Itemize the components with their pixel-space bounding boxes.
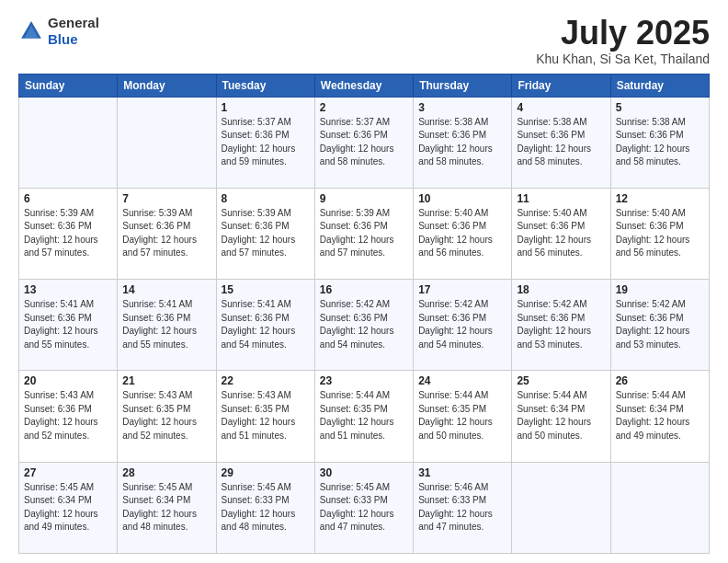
day-number: 7: [122, 192, 210, 205]
day-number: 2: [320, 101, 408, 114]
day-number: 21: [122, 374, 210, 387]
calendar-cell: 6Sunrise: 5:39 AM Sunset: 6:36 PM Daylig…: [19, 188, 118, 279]
day-detail: Sunrise: 5:43 AM Sunset: 6:35 PM Dayligh…: [122, 389, 210, 442]
day-number: 23: [320, 374, 408, 387]
day-number: 25: [517, 374, 605, 387]
day-number: 8: [222, 192, 310, 205]
weekday-row: SundayMondayTuesdayWednesdayThursdayFrid…: [19, 74, 710, 97]
calendar-cell: 24Sunrise: 5:44 AM Sunset: 6:35 PM Dayli…: [414, 371, 512, 462]
calendar-cell: 30Sunrise: 5:45 AM Sunset: 6:33 PM Dayli…: [314, 462, 413, 553]
calendar-cell: 31Sunrise: 5:46 AM Sunset: 6:33 PM Dayli…: [414, 462, 512, 553]
day-number: 13: [24, 283, 112, 296]
logo: General Blue: [18, 15, 99, 48]
calendar-cell: 13Sunrise: 5:41 AM Sunset: 6:36 PM Dayli…: [19, 280, 118, 371]
weekday-header: Saturday: [610, 74, 709, 97]
calendar-cell: 15Sunrise: 5:41 AM Sunset: 6:36 PM Dayli…: [216, 280, 314, 371]
day-detail: Sunrise: 5:41 AM Sunset: 6:36 PM Dayligh…: [24, 298, 112, 351]
header: General Blue July 2025 Khu Khan, Si Sa K…: [18, 15, 710, 66]
day-detail: Sunrise: 5:46 AM Sunset: 6:33 PM Dayligh…: [418, 481, 506, 534]
day-detail: Sunrise: 5:45 AM Sunset: 6:34 PM Dayligh…: [24, 481, 112, 534]
day-number: 26: [616, 374, 704, 387]
day-detail: Sunrise: 5:38 AM Sunset: 6:36 PM Dayligh…: [616, 116, 704, 169]
day-detail: Sunrise: 5:44 AM Sunset: 6:35 PM Dayligh…: [418, 389, 506, 442]
day-number: 30: [320, 466, 408, 479]
day-detail: Sunrise: 5:44 AM Sunset: 6:34 PM Dayligh…: [616, 389, 704, 442]
day-number: 11: [517, 192, 605, 205]
day-number: 22: [222, 374, 310, 387]
calendar-cell: 16Sunrise: 5:42 AM Sunset: 6:36 PM Dayli…: [314, 280, 413, 371]
month-title: July 2025: [536, 15, 710, 52]
calendar-cell: [118, 97, 216, 188]
calendar-cell: 29Sunrise: 5:45 AM Sunset: 6:33 PM Dayli…: [216, 462, 314, 553]
day-number: 28: [122, 466, 210, 479]
day-detail: Sunrise: 5:40 AM Sunset: 6:36 PM Dayligh…: [616, 207, 704, 260]
location: Khu Khan, Si Sa Ket, Thailand: [536, 52, 710, 66]
calendar-cell: 1Sunrise: 5:37 AM Sunset: 6:36 PM Daylig…: [216, 97, 314, 188]
logo-general: General: [48, 15, 99, 31]
logo-text: General Blue: [48, 15, 99, 48]
day-detail: Sunrise: 5:41 AM Sunset: 6:36 PM Dayligh…: [122, 298, 210, 351]
weekday-header: Tuesday: [216, 74, 314, 97]
day-number: 20: [24, 374, 112, 387]
calendar-cell: 17Sunrise: 5:42 AM Sunset: 6:36 PM Dayli…: [414, 280, 512, 371]
calendar-week-row: 1Sunrise: 5:37 AM Sunset: 6:36 PM Daylig…: [19, 97, 710, 188]
calendar-cell: [512, 462, 610, 553]
calendar-cell: 22Sunrise: 5:43 AM Sunset: 6:35 PM Dayli…: [216, 371, 314, 462]
calendar-cell: 5Sunrise: 5:38 AM Sunset: 6:36 PM Daylig…: [610, 97, 709, 188]
day-number: 29: [222, 466, 310, 479]
day-detail: Sunrise: 5:39 AM Sunset: 6:36 PM Dayligh…: [24, 207, 112, 260]
calendar-week-row: 13Sunrise: 5:41 AM Sunset: 6:36 PM Dayli…: [19, 280, 710, 371]
calendar-body: 1Sunrise: 5:37 AM Sunset: 6:36 PM Daylig…: [19, 97, 710, 553]
day-number: 16: [320, 283, 408, 296]
weekday-header: Monday: [118, 74, 216, 97]
calendar-table: SundayMondayTuesdayWednesdayThursdayFrid…: [18, 74, 710, 554]
day-detail: Sunrise: 5:44 AM Sunset: 6:34 PM Dayligh…: [517, 389, 605, 442]
calendar-cell: 23Sunrise: 5:44 AM Sunset: 6:35 PM Dayli…: [314, 371, 413, 462]
day-detail: Sunrise: 5:38 AM Sunset: 6:36 PM Dayligh…: [517, 116, 605, 169]
day-detail: Sunrise: 5:39 AM Sunset: 6:36 PM Dayligh…: [122, 207, 210, 260]
calendar-cell: 2Sunrise: 5:37 AM Sunset: 6:36 PM Daylig…: [314, 97, 413, 188]
day-detail: Sunrise: 5:40 AM Sunset: 6:36 PM Dayligh…: [517, 207, 605, 260]
calendar-cell: 3Sunrise: 5:38 AM Sunset: 6:36 PM Daylig…: [414, 97, 512, 188]
day-number: 19: [616, 283, 704, 296]
day-detail: Sunrise: 5:43 AM Sunset: 6:36 PM Dayligh…: [24, 389, 112, 442]
calendar-header: SundayMondayTuesdayWednesdayThursdayFrid…: [19, 74, 710, 97]
day-number: 24: [418, 374, 506, 387]
day-detail: Sunrise: 5:40 AM Sunset: 6:36 PM Dayligh…: [418, 207, 506, 260]
calendar-cell: 25Sunrise: 5:44 AM Sunset: 6:34 PM Dayli…: [512, 371, 610, 462]
day-detail: Sunrise: 5:39 AM Sunset: 6:36 PM Dayligh…: [320, 207, 408, 260]
day-detail: Sunrise: 5:42 AM Sunset: 6:36 PM Dayligh…: [320, 298, 408, 351]
calendar-cell: 12Sunrise: 5:40 AM Sunset: 6:36 PM Dayli…: [610, 188, 709, 279]
logo-blue: Blue: [48, 31, 99, 48]
calendar-cell: 10Sunrise: 5:40 AM Sunset: 6:36 PM Dayli…: [414, 188, 512, 279]
day-number: 17: [418, 283, 506, 296]
calendar-cell: [610, 462, 709, 553]
day-number: 10: [418, 192, 506, 205]
day-detail: Sunrise: 5:42 AM Sunset: 6:36 PM Dayligh…: [418, 298, 506, 351]
calendar-cell: 28Sunrise: 5:45 AM Sunset: 6:34 PM Dayli…: [118, 462, 216, 553]
day-number: 5: [616, 101, 704, 114]
calendar-week-row: 20Sunrise: 5:43 AM Sunset: 6:36 PM Dayli…: [19, 371, 710, 462]
calendar-week-row: 6Sunrise: 5:39 AM Sunset: 6:36 PM Daylig…: [19, 188, 710, 279]
day-detail: Sunrise: 5:39 AM Sunset: 6:36 PM Dayligh…: [222, 207, 310, 260]
day-number: 6: [24, 192, 112, 205]
title-block: July 2025 Khu Khan, Si Sa Ket, Thailand: [536, 15, 710, 66]
day-detail: Sunrise: 5:38 AM Sunset: 6:36 PM Dayligh…: [418, 116, 506, 169]
weekday-header: Wednesday: [314, 74, 413, 97]
weekday-header: Sunday: [19, 74, 118, 97]
day-detail: Sunrise: 5:42 AM Sunset: 6:36 PM Dayligh…: [616, 298, 704, 351]
calendar-cell: [19, 97, 118, 188]
calendar-cell: 4Sunrise: 5:38 AM Sunset: 6:36 PM Daylig…: [512, 97, 610, 188]
calendar-cell: 14Sunrise: 5:41 AM Sunset: 6:36 PM Dayli…: [118, 280, 216, 371]
day-number: 15: [222, 283, 310, 296]
day-detail: Sunrise: 5:37 AM Sunset: 6:36 PM Dayligh…: [320, 116, 408, 169]
calendar-cell: 26Sunrise: 5:44 AM Sunset: 6:34 PM Dayli…: [610, 371, 709, 462]
calendar-cell: 20Sunrise: 5:43 AM Sunset: 6:36 PM Dayli…: [19, 371, 118, 462]
day-detail: Sunrise: 5:41 AM Sunset: 6:36 PM Dayligh…: [222, 298, 310, 351]
calendar-cell: 8Sunrise: 5:39 AM Sunset: 6:36 PM Daylig…: [216, 188, 314, 279]
calendar-cell: 19Sunrise: 5:42 AM Sunset: 6:36 PM Dayli…: [610, 280, 709, 371]
day-detail: Sunrise: 5:42 AM Sunset: 6:36 PM Dayligh…: [517, 298, 605, 351]
calendar-cell: 7Sunrise: 5:39 AM Sunset: 6:36 PM Daylig…: [118, 188, 216, 279]
calendar-cell: 21Sunrise: 5:43 AM Sunset: 6:35 PM Dayli…: [118, 371, 216, 462]
day-detail: Sunrise: 5:37 AM Sunset: 6:36 PM Dayligh…: [222, 116, 310, 169]
